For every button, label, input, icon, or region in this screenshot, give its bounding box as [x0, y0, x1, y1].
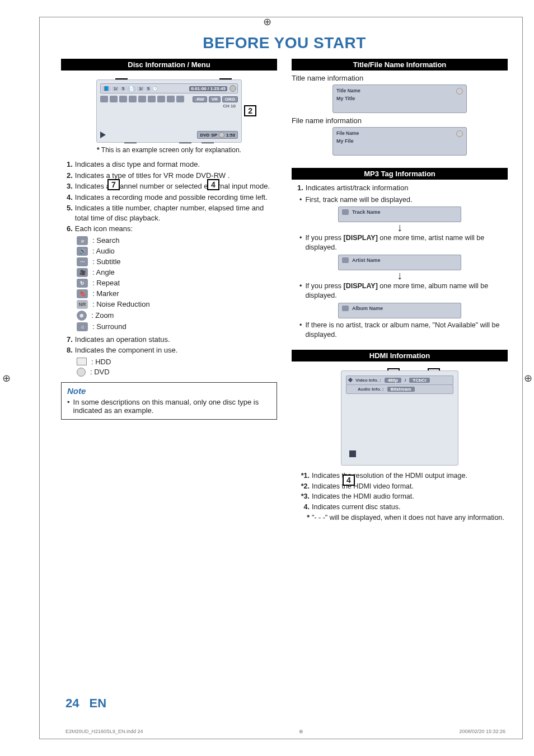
li-3: Indicates a channel number or selected e… — [75, 181, 270, 191]
subhead-file-name: File name information — [292, 116, 508, 125]
footer-timestamp: 2008/02/20 15:32:26 — [459, 729, 505, 734]
hdd-icon — [77, 358, 87, 365]
page-lang: EN — [89, 696, 106, 711]
icon-legend: ⌕: Search 🔊: Audio ⋯: Subtitle 🎥: Angle … — [77, 236, 277, 331]
note-box: Note In some descriptions on this manual… — [61, 382, 277, 420]
play-icon — [100, 132, 106, 138]
repeat-icon: ↻ — [77, 279, 88, 288]
note-title: Note — [67, 386, 271, 396]
hdmi-video-row: Video Info. : 480p / YCbCr — [346, 375, 453, 385]
album-name-panel: Album Name — [338, 303, 461, 318]
rec-chip: DVD SP 1:53 — [197, 131, 238, 139]
mp3-first: First, track name will be displayed. — [299, 195, 508, 205]
track-name-panel: Track Name — [338, 206, 461, 222]
osd-icon-row: -RW VR ORG — [100, 96, 238, 102]
callout-7: 7 — [107, 179, 120, 190]
footer-file: E2M20UD_H2160SL9_EN.indd 24 — [65, 729, 143, 734]
osd-title-num: 1/ — [112, 86, 119, 91]
hdmi-li-1: Indicates the resolution of the HDMI out… — [312, 471, 467, 481]
osd-channel: CH 10 — [100, 104, 238, 109]
mp3-li-1: Indicates artist/track information — [306, 183, 409, 193]
file-name-panel: File Name My File — [332, 127, 467, 156]
disc-info-list: 1.Indicates a disc type and format mode.… — [67, 159, 277, 234]
subhead-title-name: Title name information — [292, 74, 508, 82]
chip-vr: VR — [209, 96, 221, 102]
callout-4: 4 — [207, 179, 219, 190]
rec-disc-icon — [219, 132, 224, 138]
track-icon — [342, 209, 349, 215]
li-1: Indicates a disc type and format mode. — [75, 159, 200, 170]
nr-icon: NR — [77, 300, 88, 309]
subtitle-icon: ⋯ — [77, 257, 88, 266]
hdmi-panel: Video Info. : 480p / YCbCr Audio Info. :… — [341, 370, 458, 466]
hdmi-li-2: Indicates the HDMI video format. — [312, 482, 414, 491]
page-footer: 24 EN — [40, 696, 522, 711]
column-left: Disc Information / Menu 5 8 2 6 1 3 7 4 … — [61, 59, 277, 524]
angle-icon: 🎥 — [77, 268, 88, 277]
disc-icon — [456, 88, 463, 95]
page-frame: BEFORE YOU START Disc Information / Menu… — [39, 17, 523, 739]
registration-mark-right: ⊕ — [523, 373, 533, 383]
section-title-file: Title/File Name Information — [353, 60, 447, 69]
stop-icon — [349, 450, 356, 457]
osd-chap-num: 1/ — [137, 86, 144, 91]
down-arrow-icon: ↓ — [292, 271, 508, 279]
registration-mark-left: ⊕ — [1, 373, 11, 383]
li-7: Indicates an operation status. — [75, 335, 170, 345]
surround-icon: ♫ — [77, 322, 88, 331]
li-2: Indicates a type of titles for VR mode D… — [75, 171, 229, 181]
osd-chap-total: 5 — [146, 86, 151, 91]
li-5: Indicates a title number, chapter number… — [75, 203, 277, 223]
osd-caption: * This is an example screen only for exp… — [61, 146, 277, 154]
disc-icon — [456, 130, 463, 137]
section-hdmi: HDMI Information — [369, 351, 430, 360]
column-right: Title/File Name Information Title name i… — [292, 59, 508, 524]
note-item: In some descriptions on this manual, onl… — [73, 398, 271, 415]
osd-status-row: DVD SP 1:53 — [100, 131, 238, 139]
chip-org: ORG — [222, 96, 238, 102]
hdmi-li-star: "- - -" will be displayed, when it does … — [312, 513, 504, 523]
search-icon: ⌕ — [77, 236, 88, 245]
mp3-press-1: If you press [DISPLAY] one more time, ar… — [299, 233, 508, 252]
title-name-panel: Title Name My Title — [332, 84, 467, 113]
hdmi-list: *1.Indicates the resolution of the HDMI … — [296, 471, 508, 523]
down-arrow-icon: ↓ — [292, 223, 508, 231]
hdmi-li-4: Indicates current disc status. — [312, 503, 400, 512]
hdmi-audio-row: Audio Info. : Bitstream — [346, 384, 453, 394]
disc-info-list-2: 7.Indicates an operation status. 8.Indic… — [67, 335, 277, 355]
osd-title-row: 📘 1/ 5 📄 1/ 5 🕐 0:01:00 / 1:23:45 — [100, 83, 238, 93]
audio-icon: 🔊 — [77, 247, 88, 256]
section-mp3: MP3 Tag Information — [364, 170, 435, 178]
mp3-none: If there is no artist, track or album na… — [299, 321, 508, 340]
album-icon — [342, 306, 349, 311]
zoom-icon: ⊕ — [77, 311, 87, 321]
hdmi-callout-4: 4 — [343, 475, 355, 486]
print-footer: E2M20UD_H2160SL9_EN.indd 24 ⊕ 2008/02/20… — [65, 729, 505, 734]
li-4: Indicates a recording mode and possible … — [75, 192, 268, 203]
dvd-icon — [77, 368, 86, 377]
mp3-list: 1.Indicates artist/track information — [297, 183, 508, 193]
li-6: Each icon means: — [75, 224, 133, 234]
artist-name-panel: Artist Name — [338, 255, 461, 270]
osd-title-total: 5 — [120, 86, 126, 91]
page-title: BEFORE YOU START — [61, 34, 508, 52]
mp3-press-2: If you press [DISPLAY] one more time, al… — [299, 281, 508, 300]
component-legend: : HDD : DVD — [77, 358, 277, 377]
callout-2: 2 — [244, 105, 256, 116]
li-8: Indicates the component in use. — [75, 345, 178, 355]
chip-rw: -RW — [193, 96, 207, 102]
section-disc-info: Disc Information / Menu — [128, 60, 210, 69]
osd-example: 📘 1/ 5 📄 1/ 5 🕐 0:01:00 / 1:23:45 — [96, 79, 242, 143]
artist-icon — [342, 257, 349, 263]
hdmi-li-3: Indicates the HDMI audio format. — [312, 492, 414, 501]
disc-icon — [229, 85, 236, 92]
osd-time: 0:01:00 / 1:23:45 — [189, 86, 227, 91]
marker-icon: 🔖 — [77, 289, 88, 298]
page-number: 24 — [65, 696, 79, 711]
